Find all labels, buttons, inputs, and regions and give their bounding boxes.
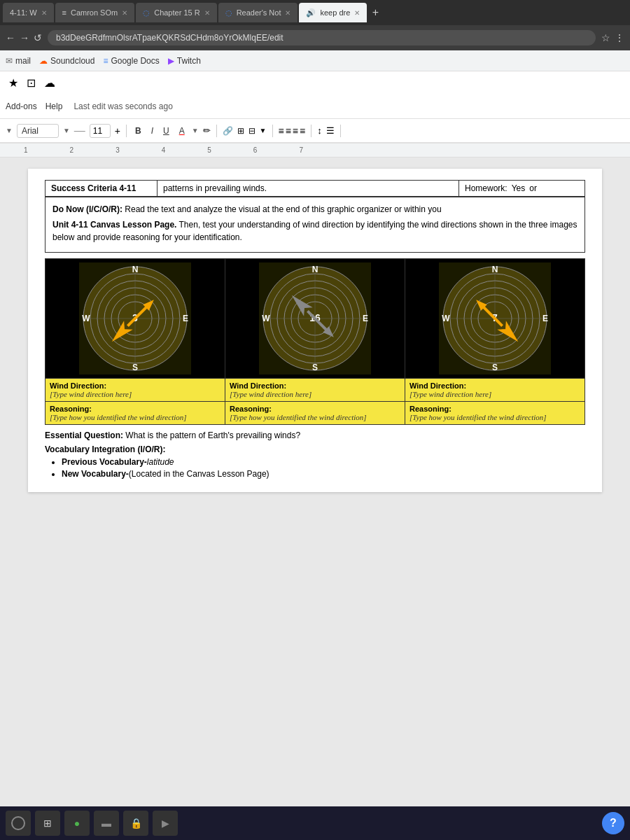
doc-menu-bar: Add-ons Help Last edit was seconds ago: [0, 94, 630, 119]
font-selector[interactable]: Arial: [17, 124, 59, 138]
tab-4[interactable]: ◌ Reader's Not ✕: [218, 3, 298, 22]
menu-addons[interactable]: Add-ons: [6, 102, 37, 111]
text-color-dropdown[interactable]: ▼: [192, 127, 199, 134]
compass-3-svg: N S W E 7: [439, 262, 551, 374]
size-plus[interactable]: +: [115, 125, 120, 136]
separator-4: [311, 125, 312, 137]
bookmark-soundcloud-label: Soundcloud: [50, 56, 94, 66]
tab-5[interactable]: 🔊 keep dre ✕: [299, 3, 367, 22]
do-now-para-1: Do Now (I/C/O/R): Read the text and anal…: [52, 203, 578, 216]
taskbar-lock-button[interactable]: 🔒: [123, 811, 148, 836]
wind-direction-1-input[interactable]: [Type wind direction here]: [50, 390, 220, 398]
back-button[interactable]: ←: [6, 32, 15, 43]
align-center-icon[interactable]: ≡: [286, 125, 291, 136]
bookmark-twitch[interactable]: ▶ Twitch: [168, 56, 201, 66]
taskbar-folder-button[interactable]: ▬: [94, 811, 119, 836]
wind-direction-3-row: Wind Direction: [Type wind direction her…: [405, 378, 584, 401]
ruler-mark-7: 7: [299, 146, 303, 154]
svg-text:E: E: [183, 314, 188, 323]
play-icon: ▶: [162, 818, 169, 829]
italic-button[interactable]: I: [148, 125, 156, 137]
svg-text:E: E: [542, 314, 548, 323]
reasoning-2-input[interactable]: [Type how you identified the wind direct…: [230, 413, 400, 421]
essential-text: What is the pattern of Earth's prevailin…: [123, 430, 300, 440]
ruler-mark-6: 6: [253, 146, 258, 154]
wind-direction-1-label: Wind Direction:: [50, 382, 220, 390]
reasoning-2-row: Reasoning: [Type how you identified the …: [225, 401, 405, 424]
browser-chrome: 4-11: W ✕ ≡ Camron SOm ✕ ◌ Chapter 15 R …: [0, 0, 630, 71]
align-justify-icon[interactable]: ≡: [300, 125, 305, 136]
tab-1[interactable]: 4-11: W ✕: [3, 3, 54, 22]
compass-1-container: N S W E 3: [46, 259, 225, 378]
forward-button[interactable]: →: [20, 32, 29, 43]
new-tab-button[interactable]: +: [368, 6, 382, 20]
font-dropdown-arrow[interactable]: ▼: [63, 127, 70, 134]
essential-question: Essential Question: What is the pattern …: [45, 430, 585, 440]
essential-bold: Essential Question:: [45, 430, 123, 440]
tab-1-close[interactable]: ✕: [41, 9, 47, 17]
tab-4-close[interactable]: ✕: [285, 9, 290, 17]
address-bar[interactable]: b3dDeeGRdfmnOlsrATpaeKQKRSdCHdm8oYrOkMlq…: [48, 30, 596, 46]
address-bar-row: ← → ↺ b3dDeeGRdfmnOlsrATpaeKQKRSdCHdm8oY…: [0, 25, 630, 50]
wind-direction-3-input[interactable]: [Type wind direction here]: [410, 390, 580, 398]
reload-button[interactable]: ↺: [34, 32, 42, 43]
vocab-list: Previous Vocabulary-latitude New Vocabul…: [45, 457, 585, 479]
taskbar-search-button[interactable]: ●: [64, 811, 90, 836]
link-icon[interactable]: 🔗: [223, 126, 233, 136]
tab-2-close[interactable]: ✕: [122, 9, 127, 17]
wind-direction-2-input[interactable]: [Type wind direction here]: [230, 390, 400, 398]
do-now-box: Do Now (I/C/O/R): Read the text and anal…: [45, 197, 585, 253]
font-dash: —: [74, 125, 85, 137]
format-dropdown-arrow[interactable]: ▼: [6, 127, 13, 134]
wind-direction-1-row: Wind Direction: [Type wind direction her…: [46, 378, 225, 401]
image-icon[interactable]: ⊞: [237, 126, 244, 136]
tab-2[interactable]: ≡ Camron SOm ✕: [55, 3, 135, 22]
help-button[interactable]: ?: [602, 812, 624, 834]
tab-5-icon: 🔊: [306, 8, 316, 18]
text-color-button[interactable]: A: [176, 125, 188, 137]
start-circle: [11, 816, 25, 830]
doc-folder-icon[interactable]: ⊡: [27, 76, 36, 90]
bookmark-mail[interactable]: ✉ mail: [6, 56, 31, 66]
wind-panel-1: N S W E 3: [46, 259, 225, 425]
taskbar-grid-button[interactable]: ⊞: [35, 811, 60, 836]
svg-text:W: W: [262, 314, 270, 323]
list-icon[interactable]: ☰: [326, 125, 335, 136]
align-right-icon[interactable]: ≡: [293, 125, 298, 136]
taskbar-extra-button[interactable]: ▶: [153, 811, 178, 836]
tab-3[interactable]: ◌ Chapter 15 R ✕: [136, 3, 216, 22]
bookmark-soundcloud[interactable]: ☁ Soundcloud: [39, 56, 94, 66]
compass-1-svg: N S W E 3: [79, 262, 191, 374]
start-button[interactable]: [6, 811, 31, 836]
bookmark-googledocs[interactable]: ≡ Google Docs: [103, 56, 159, 66]
pencil-icon[interactable]: ✏: [203, 125, 211, 136]
tab-5-close[interactable]: ✕: [354, 9, 360, 17]
table-icon[interactable]: ⊟: [248, 126, 255, 136]
svg-text:N: N: [132, 265, 139, 274]
align-left-icon[interactable]: ≡: [279, 125, 284, 136]
separator-3: [272, 125, 273, 137]
line-spacing-icon[interactable]: ↕: [317, 125, 322, 136]
underline-button[interactable]: U: [160, 125, 172, 137]
menu-help[interactable]: Help: [46, 102, 63, 111]
tab-3-close[interactable]: ✕: [204, 9, 210, 17]
reasoning-3-input[interactable]: [Type how you identified the wind direct…: [410, 413, 580, 421]
homework-label: Homework:: [465, 183, 507, 193]
unit-bold: Unit 4-11 Canvas Lesson Page.: [52, 220, 176, 230]
reasoning-1-input[interactable]: [Type how you identified the wind direct…: [50, 413, 220, 421]
criteria-label: Success Criteria 4-11: [51, 183, 136, 193]
bookmark-star-icon[interactable]: ☆: [601, 32, 610, 43]
font-size-input[interactable]: 11: [90, 124, 111, 138]
tab-3-label: Chapter 15 R: [154, 8, 200, 17]
doc-page: Success Criteria 4-11 patterns in prevai…: [28, 169, 602, 492]
doc-header: ★ ⊡ ☁ Add-ons Help Last edit was seconds…: [0, 71, 630, 144]
doc-star-icon[interactable]: ★: [8, 76, 18, 90]
table-dropdown[interactable]: ▼: [260, 127, 267, 134]
svg-text:W: W: [442, 314, 450, 323]
wind-table: N S W E 3: [45, 258, 585, 425]
bold-button[interactable]: B: [132, 125, 144, 137]
ruler-mark-3: 3: [115, 146, 120, 154]
doc-cloud-icon[interactable]: ☁: [44, 76, 55, 90]
menu-icon[interactable]: ⋮: [615, 32, 624, 43]
svg-text:N: N: [312, 265, 318, 274]
